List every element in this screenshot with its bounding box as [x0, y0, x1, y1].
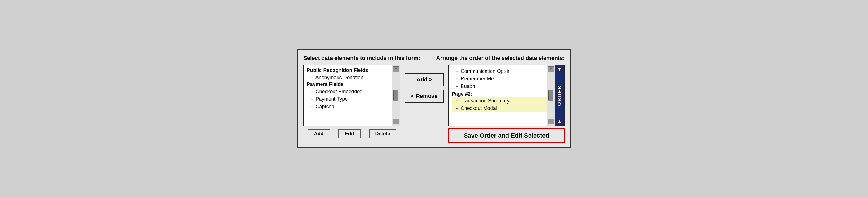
order-up-arrow[interactable]: ▲: [555, 117, 564, 126]
right-item-transaction-summary[interactable]: - Transaction Summary: [452, 97, 553, 105]
right-item-remember-me[interactable]: - Remember Me: [452, 75, 553, 83]
left-list-inner: Public Recognition Fields - Anonymous Do…: [307, 68, 398, 124]
left-scroll-up[interactable]: ▼: [393, 66, 399, 72]
remove-action-button[interactable]: < Remove: [405, 90, 444, 103]
right-inner-scroll-thumb[interactable]: [548, 90, 553, 101]
right-list-container: - Communication Opt-in - Remember Me - B…: [448, 65, 565, 126]
order-up-icon: ▲: [557, 118, 562, 124]
order-label-text: ORDER: [557, 74, 563, 117]
order-down-arrow[interactable]: ▼: [555, 65, 564, 74]
right-inner-scroll-down[interactable]: ▲: [548, 119, 554, 125]
right-item-button[interactable]: - Button: [452, 83, 553, 90]
left-scroll-thumb[interactable]: [393, 90, 398, 101]
middle-buttons: Add > < Remove: [405, 65, 444, 103]
add-button[interactable]: Add: [308, 129, 330, 138]
left-header-title: Select data elements to include in this …: [304, 55, 421, 61]
left-panel: Public Recognition Fields - Anonymous Do…: [304, 65, 400, 138]
right-inner-scrollbar: ▼ ▲: [547, 65, 555, 126]
left-list-box: Public Recognition Fields - Anonymous Do…: [304, 65, 400, 126]
main-container: Select data elements to include in this …: [297, 50, 571, 148]
page2-label: Page #2:: [452, 91, 553, 97]
right-list-inner: - Communication Opt-in - Remember Me - B…: [452, 68, 553, 124]
list-item-anonymous-donation[interactable]: - Anonymous Donation: [307, 74, 398, 81]
list-item-captcha[interactable]: - Captcha: [307, 103, 398, 110]
right-item-communication-optin[interactable]: - Communication Opt-in: [452, 68, 553, 75]
group-label-public: Public Recognition Fields: [307, 68, 398, 73]
delete-button[interactable]: Delete: [369, 129, 396, 138]
group-label-payment: Payment Fields: [307, 81, 398, 87]
save-order-button[interactable]: Save Order and Edit Selected: [448, 128, 565, 143]
header-row: Select data elements to include in this …: [304, 55, 565, 61]
right-item-checkout-modal[interactable]: - Checkout Modal: [452, 105, 553, 112]
left-bottom-buttons: Add Edit Delete: [304, 129, 400, 138]
add-action-button[interactable]: Add >: [405, 73, 444, 86]
content-row: Public Recognition Fields - Anonymous Do…: [304, 65, 565, 143]
edit-button[interactable]: Edit: [338, 129, 361, 138]
right-header-title: Arrange the order of the selected data e…: [436, 55, 564, 61]
right-panel: - Communication Opt-in - Remember Me - B…: [448, 65, 565, 143]
left-scrollbar: ▼ ▲: [392, 65, 400, 126]
list-item-checkout-embedded[interactable]: - Checkout Embedded: [307, 88, 398, 95]
order-down-icon: ▼: [557, 67, 562, 72]
right-list-box: - Communication Opt-in - Remember Me - B…: [448, 65, 555, 126]
left-scroll-down[interactable]: ▲: [393, 119, 399, 125]
right-inner-scroll-up[interactable]: ▼: [548, 66, 554, 72]
list-item-payment-type[interactable]: - Payment Type: [307, 95, 398, 103]
order-sidebar: ▼ ORDER ▲: [555, 65, 565, 126]
